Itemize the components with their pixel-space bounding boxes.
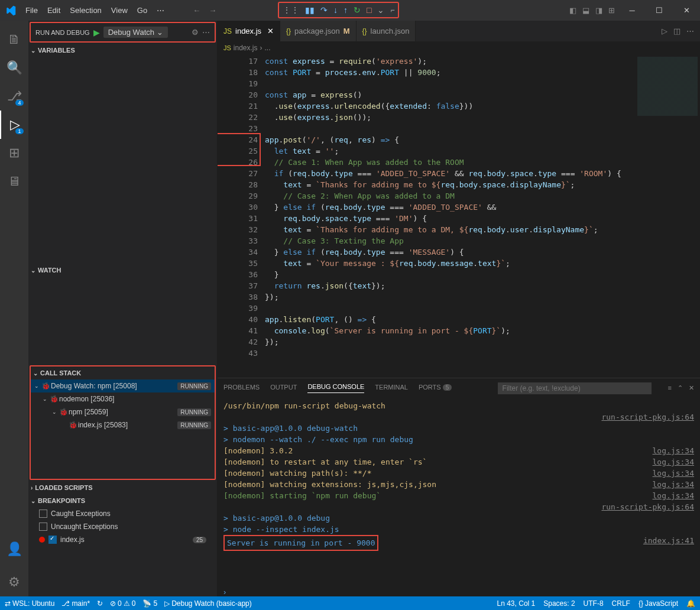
maximize-icon[interactable]: ☐ [646,0,673,21]
menu-edit[interactable]: Edit [43,0,65,21]
close-tab-icon[interactable]: ✕ [267,27,274,35]
account-icon[interactable]: 👤 [0,535,28,563]
callstack-row[interactable]: 🐞index.js [25083]RUNNING [31,418,215,431]
console-prompt[interactable]: › [218,588,700,596]
close-panel-icon[interactable]: ✕ [689,384,694,392]
panel-filter [498,382,652,394]
tab-launch-json[interactable]: {} launch.json [357,21,416,41]
tab-index-js[interactable]: JS index.js ✕ [218,21,280,41]
status-language[interactable]: {} JavaScript [639,599,678,608]
callstack-body: ⌄🐞Debug Watch: npm [25008]RUNNING⌄🐞nodem… [31,379,215,431]
layout-right-icon[interactable]: ◨ [595,6,602,15]
pause-icon[interactable]: ▮▮ [305,5,315,15]
tab-more-icon[interactable]: ⋯ [686,27,694,35]
close-window-icon[interactable]: ✕ [673,0,700,21]
status-notifications-icon[interactable]: 🔔 [686,599,695,608]
menu-view[interactable]: View [106,0,132,21]
menu-selection[interactable]: Selection [65,0,106,21]
vscode-logo-icon [0,5,21,16]
bp-count: 25 [193,537,206,543]
restart-icon[interactable]: ↻ [354,5,361,15]
status-line-col[interactable]: Ln 43, Col 1 [497,599,536,608]
clear-console-icon[interactable]: ≡ [668,384,672,392]
status-encoding[interactable]: UTF-8 [584,599,604,608]
callstack-row[interactable]: ⌄🐞nodemon [25036] [31,392,215,405]
breadcrumb[interactable]: JS index.js › ... [218,41,700,54]
stop-icon[interactable]: □ [367,5,371,15]
status-debug[interactable]: ▷ Debug Watch (basic-app) [164,599,252,608]
variables-header[interactable]: ⌄VARIABLES [28,44,217,57]
expand-icon[interactable]: ⌐ [390,6,394,14]
debug-toolbar: ⋮⋮ ▮▮ ↷ ↓ ↑ ↻ □ ⌄ ⌐ [278,2,399,18]
bp-caught[interactable]: Caught Exceptions [28,507,217,520]
variables-body [28,57,217,264]
status-branch[interactable]: ⎇ main* [61,599,90,608]
main-menu: File Edit Selection View Go ⋯ [21,0,169,21]
tab-actions: ▷ ◫ ⋯ [656,21,700,41]
debug-sidebar: RUN AND DEBUG ▶ Debug Watch ⌄ ⚙ ⋯ ⌄VARIA… [28,21,218,596]
status-remote[interactable]: ⇄ WSL: Ubuntu [5,599,54,608]
menu-go[interactable]: Go [132,0,152,21]
layout-custom-icon[interactable]: ⊞ [608,6,615,15]
status-ports[interactable]: 📡 5 [142,599,157,608]
status-sync[interactable]: ↻ [97,599,103,608]
step-out-icon[interactable]: ↑ [343,5,348,15]
highlight-box [218,133,261,166]
run-file-icon[interactable]: ▷ [662,27,667,35]
split-editor-icon[interactable]: ◫ [673,27,680,35]
callstack-row[interactable]: ⌄🐞Debug Watch: npm [25008]RUNNING [31,379,215,392]
extensions-icon[interactable]: ⊞ [0,139,28,167]
step-over-icon[interactable]: ↷ [320,5,328,15]
bp-file[interactable]: index.js25 [28,533,217,546]
panel-tab-terminal[interactable]: TERMINAL [375,384,408,393]
status-spaces[interactable]: Spaces: 2 [543,599,575,608]
panel-tab-output[interactable]: OUTPUT [270,384,297,393]
status-errors[interactable]: ⊘ 0 ⚠ 0 [110,599,135,608]
watch-header[interactable]: ⌄WATCH [28,264,217,277]
scm-icon[interactable]: ⎇4 [0,82,28,111]
panel-tabs: PROBLEMS OUTPUT DEBUG CONSOLE TERMINAL P… [218,378,700,398]
breakpoints-header[interactable]: ⌄BREAKPOINTS [28,494,217,507]
explorer-icon[interactable]: 🗎 [0,25,28,54]
run-debug-label: RUN AND DEBUG [35,29,90,36]
activity-bar: 🗎 🔍 ⎇4 ▷1 ⊞ 🖥 👤 ⚙ [0,21,28,596]
minimap[interactable] [635,54,700,378]
drag-handle-icon[interactable]: ⋮⋮ [283,5,299,15]
status-bar: ⇄ WSL: Ubuntu ⎇ main* ↻ ⊘ 0 ⚠ 0 📡 5 ▷ De… [0,596,700,610]
menu-file[interactable]: File [21,0,43,21]
debug-more-icon[interactable]: ⋯ [202,28,210,37]
collapse-panel-icon[interactable]: ⌃ [678,384,683,392]
js-file-icon: JS [223,44,231,51]
minimize-icon[interactable]: ─ [618,0,646,21]
loaded-scripts-header[interactable]: ›LOADED SCRIPTS [28,481,217,494]
debug-console[interactable]: /usr/bin/npm run-script debug-watchrun-s… [218,398,700,588]
callstack-row[interactable]: ⌄🐞npm [25059]RUNNING [31,405,215,418]
remote-icon[interactable]: 🖥 [0,167,28,196]
layout-left-icon[interactable]: ◧ [569,6,576,15]
menu-more[interactable]: ⋯ [152,0,169,21]
debug-dropdown-icon[interactable]: ⌄ [377,5,384,15]
code-editor[interactable]: const express = require('express');const… [265,54,635,378]
settings-icon[interactable]: ⚙ [0,568,28,596]
search-icon[interactable]: 🔍 [0,54,28,82]
nav-back-icon[interactable]: ← [193,6,200,15]
bottom-panel: PROBLEMS OUTPUT DEBUG CONSOLE TERMINAL P… [218,378,700,596]
bp-uncaught[interactable]: Uncaught Exceptions [28,520,217,533]
layout-bottom-icon[interactable]: ⬓ [582,6,589,15]
debug-icon[interactable]: ▷1 [0,111,28,139]
line-numbers[interactable]: 1718192021222324252627282930313233343536… [229,54,265,378]
panel-tab-debug-console[interactable]: DEBUG CONSOLE [307,383,364,393]
debug-config-dropdown[interactable]: Debug Watch ⌄ [103,27,168,38]
step-into-icon[interactable]: ↓ [333,5,338,15]
run-debug-header: RUN AND DEBUG ▶ Debug Watch ⌄ ⚙ ⋯ [30,22,216,43]
console-filter-input[interactable] [498,382,652,394]
debug-settings-icon[interactable]: ⚙ [192,28,199,37]
panel-tab-ports[interactable]: PORTS5 [419,384,452,393]
callstack-header[interactable]: ⌄CALL STACK [31,366,215,379]
tab-package-json[interactable]: {} package.json M [280,21,356,41]
breakpoint-dot-icon [39,537,45,543]
status-eol[interactable]: CRLF [612,599,630,608]
nav-forward-icon[interactable]: → [209,6,216,15]
start-debug-icon[interactable]: ▶ [93,28,100,37]
panel-tab-problems[interactable]: PROBLEMS [223,384,260,393]
